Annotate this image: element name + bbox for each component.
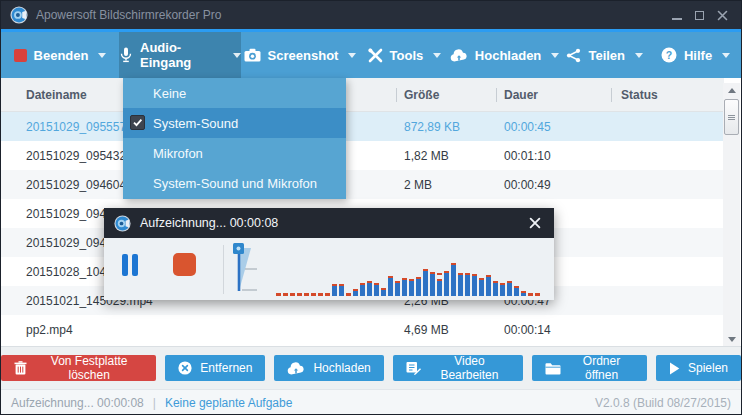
scroll-up-icon[interactable] bbox=[723, 83, 740, 98]
toolbar-item-hilfe[interactable]: ?Hilfe bbox=[650, 32, 741, 78]
cloud-upload-icon bbox=[450, 49, 468, 62]
toolbar-item-label: Screenshot bbox=[268, 48, 339, 63]
waveform-bar bbox=[374, 283, 379, 296]
chevron-down-icon bbox=[348, 53, 356, 58]
app-logo-icon bbox=[10, 6, 28, 24]
waveform-bar bbox=[304, 293, 309, 296]
statusbar-separator: | bbox=[153, 396, 156, 410]
toolbar-item-beenden[interactable]: Beenden bbox=[1, 32, 119, 78]
menu-item-mikrofon[interactable]: Mikrofon bbox=[123, 138, 346, 168]
waveform-bar bbox=[353, 289, 358, 296]
chevron-down-icon bbox=[635, 53, 643, 58]
waveform-bar bbox=[339, 284, 344, 296]
toolbar-item-label: Hilfe bbox=[684, 48, 712, 63]
von-festplatte-l-schen-button[interactable]: Von Festplatte löschen bbox=[1, 355, 156, 381]
waveform-bar bbox=[367, 281, 372, 296]
recording-dialog-body bbox=[104, 238, 554, 300]
waveform-bar bbox=[283, 293, 288, 296]
minimize-icon[interactable] bbox=[672, 18, 682, 20]
spielen-button[interactable]: Spielen bbox=[656, 355, 741, 381]
table-row[interactable]: 20151029_094604.m2 MB00:00:49 bbox=[1, 170, 724, 199]
toolbar-item-label: Hochladen bbox=[475, 48, 541, 63]
statusbar-recording-status: Aufzeichnung... 00:00:08 bbox=[11, 396, 144, 410]
window-title: Apowersoft Bildschirmrekorder Pro bbox=[36, 8, 221, 22]
menu-item-label: System-Sound und Mikrofon bbox=[153, 176, 317, 191]
svg-text:?: ? bbox=[666, 49, 672, 61]
statusbar: Aufzeichnung... 00:00:08 | Keine geplant… bbox=[1, 389, 741, 415]
column-header-dauer[interactable]: Dauer bbox=[496, 78, 611, 111]
close-icon[interactable] bbox=[526, 214, 544, 232]
waveform-bar bbox=[416, 277, 421, 296]
trash-icon bbox=[14, 361, 27, 375]
video-bearbeiten-button[interactable]: Video Bearbeiten bbox=[393, 355, 523, 381]
waveform-bar bbox=[465, 273, 470, 296]
button-label: Video Bearbeiten bbox=[429, 354, 510, 382]
waveform-bar bbox=[479, 278, 484, 296]
waveform-bar bbox=[430, 272, 435, 296]
dialog-divider bbox=[223, 245, 224, 294]
footer-button-bar: Von Festplatte löschenEntfernenHochladen… bbox=[1, 346, 741, 389]
window-controls bbox=[672, 10, 732, 21]
waveform-bar bbox=[458, 273, 463, 296]
recording-dialog: Aufzeichnung... 00:00:08 bbox=[104, 208, 554, 300]
table-row[interactable]: pp2.mp44,69 MB00:00:14 bbox=[1, 315, 724, 344]
entfernen-button[interactable]: Entfernen bbox=[165, 355, 265, 381]
toolbar-item-teilen[interactable]: Teilen bbox=[559, 32, 650, 78]
waveform-bar bbox=[276, 293, 281, 296]
waveform-bar bbox=[535, 293, 540, 296]
app-logo-icon bbox=[114, 215, 131, 232]
button-label: Hochladen bbox=[313, 361, 370, 375]
waveform-bar bbox=[346, 293, 351, 296]
button-label: Entfernen bbox=[200, 361, 252, 375]
recording-dialog-titlebar[interactable]: Aufzeichnung... 00:00:08 bbox=[104, 208, 554, 238]
hochladen-button[interactable]: Hochladen bbox=[274, 355, 383, 381]
menu-item-label: Keine bbox=[153, 86, 186, 101]
pause-button[interactable] bbox=[122, 254, 144, 276]
column-header-status[interactable]: Status bbox=[611, 78, 724, 111]
table-row[interactable]: 20151029_095557.m872,89 KB00:00:45 bbox=[1, 112, 724, 141]
audio-waveform bbox=[276, 256, 546, 296]
stop-button[interactable] bbox=[173, 253, 196, 276]
waveform-bar bbox=[521, 291, 526, 296]
waveform-bar bbox=[388, 276, 393, 296]
menu-item-keine[interactable]: Keine bbox=[123, 78, 346, 108]
toolbar-item-hochladen[interactable]: Hochladen bbox=[450, 32, 559, 78]
scroll-down-icon[interactable] bbox=[723, 332, 740, 347]
waveform-bar bbox=[493, 281, 498, 296]
cell-size: 4,69 MB bbox=[396, 323, 496, 337]
waveform-bar bbox=[528, 293, 533, 296]
scrollbar-thumb[interactable] bbox=[724, 99, 739, 135]
cell-size: 2 MB bbox=[396, 178, 496, 192]
app-window: Apowersoft Bildschirmrekorder Pro Beende… bbox=[0, 0, 742, 415]
toolbar-item-tools[interactable]: Tools bbox=[359, 32, 450, 78]
audio-input-dropdown: KeineSystem-SoundMikrofonSystem-Sound un… bbox=[123, 78, 346, 199]
table-row[interactable]: 20151029_095432.m1,82 MB00:01:10 bbox=[1, 141, 724, 170]
volume-level-slider[interactable] bbox=[230, 241, 264, 299]
share-icon bbox=[566, 48, 581, 63]
waveform-bar bbox=[444, 271, 449, 296]
toolbar-item-audio-eingang[interactable]: Audio-Eingang bbox=[119, 32, 241, 78]
column-header-gr-e[interactable]: Größe bbox=[396, 78, 496, 111]
checkbox-checked-icon[interactable] bbox=[130, 115, 145, 130]
maximize-icon[interactable] bbox=[695, 11, 704, 20]
waveform-bar bbox=[297, 293, 302, 296]
waveform-bar bbox=[318, 293, 323, 296]
waveform-bar bbox=[423, 269, 428, 296]
menu-item-system-sound[interactable]: System-Sound bbox=[123, 108, 346, 138]
chevron-down-icon bbox=[98, 53, 106, 58]
tools-icon bbox=[368, 48, 383, 63]
toolbar: BeendenAudio-EingangScreenshotToolsHochl… bbox=[1, 32, 741, 78]
cell-name: pp2.mp4 bbox=[1, 323, 396, 337]
folder-icon bbox=[545, 362, 561, 375]
button-label: Ordner öffnen bbox=[569, 354, 634, 382]
scheduled-task-link[interactable]: Keine geplante Aufgabe bbox=[165, 396, 292, 410]
waveform-bar bbox=[486, 275, 491, 296]
close-icon[interactable] bbox=[717, 10, 728, 21]
camera-icon bbox=[244, 48, 261, 62]
ordner-ffnen-button[interactable]: Ordner öffnen bbox=[532, 355, 647, 381]
menu-item-system-sound-und-mikrofon[interactable]: System-Sound und Mikrofon bbox=[123, 168, 346, 199]
microphone-icon bbox=[119, 47, 133, 63]
chevron-down-icon bbox=[433, 53, 441, 58]
toolbar-item-screenshot[interactable]: Screenshot bbox=[241, 32, 359, 78]
scrollbar[interactable] bbox=[723, 83, 740, 347]
